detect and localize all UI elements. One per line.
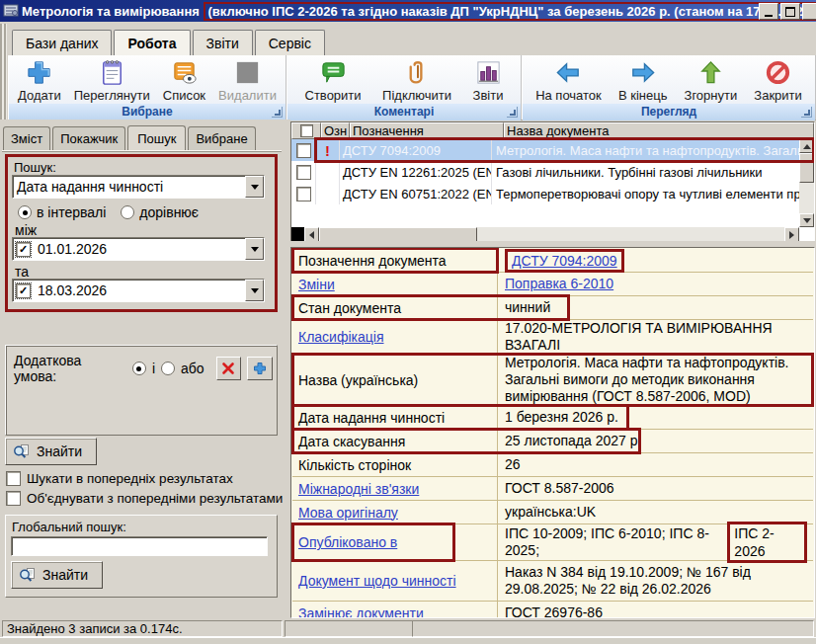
go-last-button[interactable]: В кінець	[614, 57, 672, 104]
size-box	[291, 227, 304, 242]
result-row[interactable]: ДСТУ EN 12261:2025 (EN Газові лічильники…	[291, 161, 814, 183]
detail-row-effective-date: Дата надання чинності 1 березня 2026 р.	[292, 406, 813, 430]
find-button[interactable]: Знайти	[5, 438, 97, 465]
tab-pokazhchyk[interactable]: Покажчик	[52, 126, 125, 150]
row-checkbox[interactable]	[296, 143, 311, 158]
dropdown-button[interactable]	[245, 238, 264, 260]
bar-chart-icon	[474, 58, 503, 87]
maximize-button[interactable]	[780, 3, 800, 20]
radio-interval[interactable]	[18, 205, 32, 219]
tab-poshuk[interactable]: Пошук	[127, 125, 186, 151]
no-entry-icon	[764, 58, 792, 87]
merge-previous-label: Об'єднувати з попередніми результатами	[27, 491, 283, 506]
dialog-launcher-icon[interactable]	[801, 107, 812, 118]
radio-equals[interactable]	[121, 205, 134, 219]
global-find-label: Знайти	[42, 567, 88, 583]
go-first-button[interactable]: На початок	[531, 57, 606, 104]
list-eye-icon	[170, 58, 199, 87]
detail-label: Позначення документа	[292, 249, 498, 272]
tab-divider	[2, 150, 282, 151]
header-select-all[interactable]	[291, 122, 321, 139]
search-previous-checkbox-row[interactable]: Шукати в попередніх результатах	[6, 471, 233, 486]
tab-zmist[interactable]: Зміст	[3, 126, 50, 150]
remove-condition-button[interactable]	[216, 357, 242, 380]
close-view-button[interactable]: Закрити	[750, 57, 805, 104]
tab-bazy-danykh[interactable]: Бази даних	[12, 30, 112, 55]
close-button[interactable]	[802, 3, 816, 20]
attach-button[interactable]: Підключити	[378, 57, 455, 104]
document-details: Позначення документа ДСТУ 7094:2009 Змін…	[290, 247, 815, 618]
group-caption-comments: Коментарі	[287, 104, 521, 121]
date-to-combobox[interactable]: ✓ 18.03.2026	[12, 279, 265, 302]
replaces-link[interactable]: Замінює документи	[298, 605, 424, 619]
column-header-flag[interactable]: Озн	[321, 122, 350, 139]
detail-row-published-in: Опубліковано в ІПС 10-2009; ІПС 6-2010; …	[292, 524, 813, 561]
designation-link[interactable]: ДСТУ 7094:2009	[512, 253, 617, 269]
minimize-button[interactable]	[759, 3, 778, 20]
row-checkbox[interactable]	[296, 187, 311, 201]
merge-previous-checkbox-row[interactable]: Об'єднувати з попередніми результатами	[6, 491, 283, 506]
vertical-scrollbar[interactable]	[799, 139, 814, 227]
name-ua-value: Метрологія. Маса нафти та нафтопродуктів…	[498, 355, 813, 405]
create-comment-button[interactable]: Створити	[301, 57, 366, 104]
scroll-left-button[interactable]	[304, 227, 319, 242]
go-last-label: В кінець	[618, 88, 668, 103]
date-from-checkbox[interactable]: ✓	[16, 242, 31, 257]
language-link[interactable]: Мова оригіналу	[298, 505, 398, 521]
title-annotation-box: (включно ІПС 2-2026 та згідно наказів ДП…	[204, 2, 816, 21]
toolbar-gripper[interactable]	[0, 24, 7, 120]
row-checkbox[interactable]	[296, 165, 311, 180]
detail-row-status: Стан документа чинний	[292, 296, 813, 320]
scroll-right-button[interactable]	[784, 227, 799, 242]
radio-or[interactable]	[161, 362, 175, 375]
horizontal-scrollbar[interactable]	[291, 227, 799, 242]
result-title: Газові лічильники. Турбінні газові лічил…	[492, 165, 814, 180]
international-link[interactable]: Міжнародні зв'язки	[298, 481, 419, 497]
validity-document-link[interactable]: Документ щодо чинності	[298, 573, 456, 589]
reports-button[interactable]: Звіти	[469, 57, 508, 104]
close-view-label: Закрити	[754, 88, 801, 103]
radio-and[interactable]	[132, 362, 146, 375]
result-row-selected[interactable]: ! ДСТУ 7094:2009 Метрологія. Маса нафти …	[291, 139, 814, 161]
search-criteria-group-annotated: Пошук: Дата надання чинності в інтервалі…	[5, 154, 278, 312]
changes-link[interactable]: Зміни	[298, 277, 335, 292]
detail-row-validity-document: Документ щодо чинності Наказ N 384 від 1…	[292, 561, 813, 602]
scroll-down-button[interactable]	[799, 213, 814, 227]
search-field-combobox[interactable]: Дата надання чинності	[12, 175, 265, 199]
result-row[interactable]: ДСТУ EN 60751:2022 (EN Термоперетворювач…	[291, 183, 814, 204]
amendment-link[interactable]: Поправка 6-2010	[505, 276, 613, 292]
column-header-title[interactable]: Назва документа	[504, 122, 814, 139]
detail-label: Дата скасування	[292, 430, 498, 452]
scrollbar-thumb[interactable]	[319, 227, 477, 242]
list-button[interactable]: Список	[159, 57, 209, 104]
collapse-button-label: Згорнути	[685, 88, 738, 103]
tab-robota[interactable]: Робота	[114, 30, 190, 55]
dialog-launcher-icon[interactable]	[507, 107, 518, 118]
tab-vybrane[interactable]: Вибране	[188, 126, 255, 150]
list-button-label: Список	[163, 88, 205, 103]
dialog-launcher-icon[interactable]	[272, 107, 283, 118]
tab-zvity[interactable]: Звіти	[193, 30, 253, 55]
published-in-link[interactable]: Опубліковано в	[298, 534, 397, 550]
search-previous-checkbox[interactable]	[6, 471, 21, 486]
scroll-up-button[interactable]	[799, 139, 814, 153]
dropdown-button[interactable]	[245, 176, 264, 198]
global-find-button[interactable]: Знайти	[11, 561, 103, 589]
scrollbar-thumb[interactable]	[799, 153, 814, 183]
dropdown-button[interactable]	[245, 280, 264, 301]
collapse-button[interactable]: Згорнути	[681, 57, 742, 104]
global-search-input[interactable]	[11, 536, 268, 556]
group-caption-favorites: Вибране	[9, 104, 286, 121]
merge-previous-checkbox[interactable]	[6, 491, 21, 506]
column-header-designation[interactable]: Позначення	[350, 122, 504, 139]
delete-button-label: Видалити	[218, 88, 277, 103]
arrow-down-icon	[803, 218, 811, 227]
date-from-combobox[interactable]: ✓ 01.01.2026	[12, 237, 265, 261]
tab-servis[interactable]: Сервіс	[255, 30, 325, 55]
result-designation: ДСТУ EN 12261:2025 (EN	[340, 161, 492, 183]
add-condition-button[interactable]	[247, 357, 273, 380]
view-button[interactable]: Переглянути	[70, 57, 154, 104]
date-to-checkbox[interactable]: ✓	[16, 283, 31, 298]
classification-link[interactable]: Класифікація	[298, 329, 384, 345]
add-button[interactable]: Додати	[14, 57, 65, 104]
